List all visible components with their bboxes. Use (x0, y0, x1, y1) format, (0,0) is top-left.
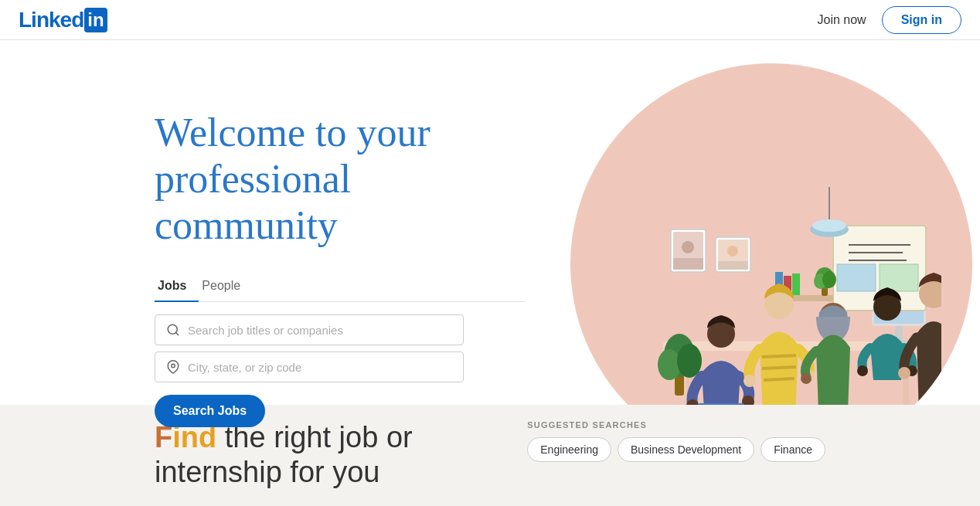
location-icon (166, 360, 180, 374)
svg-point-58 (801, 373, 812, 384)
job-search-wrapper (155, 314, 464, 345)
svg-line-50 (762, 367, 796, 368)
svg-rect-15 (837, 264, 876, 291)
suggested-searches: SUGGESTED SEARCHES Engineering Business … (527, 420, 825, 462)
svg-rect-28 (792, 273, 800, 295)
join-now-button[interactable]: Join now (808, 7, 876, 33)
find-title-line2: internship for you (155, 456, 380, 488)
svg-rect-20 (673, 258, 703, 270)
svg-point-35 (812, 219, 846, 232)
svg-line-49 (762, 355, 796, 357)
logo-in-box: in (84, 8, 107, 32)
svg-point-32 (822, 271, 836, 288)
svg-point-2 (172, 365, 175, 368)
logo: Linkedin (19, 8, 107, 32)
hero-title: Welcome to your professional community (155, 110, 526, 248)
svg-point-23 (727, 246, 738, 256)
find-job-title: Find the right job or internship for you (155, 420, 413, 491)
main-content: Welcome to your professional community J… (0, 40, 980, 506)
svg-point-63 (898, 367, 910, 379)
job-title-input[interactable] (188, 324, 452, 337)
hero-section: Welcome to your professional community J… (0, 40, 980, 457)
tab-people[interactable]: People (199, 273, 253, 302)
find-job-text: Find the right job or internship for you (155, 420, 413, 491)
search-form: Search Jobs (155, 314, 464, 427)
search-tabs: Jobs People (155, 273, 526, 302)
location-input[interactable] (188, 361, 452, 374)
tab-jobs[interactable]: Jobs (155, 273, 199, 302)
header-nav: Join now Sign in (808, 6, 961, 34)
svg-rect-24 (718, 261, 748, 270)
svg-point-19 (682, 241, 694, 253)
search-jobs-button[interactable]: Search Jobs (155, 395, 265, 427)
svg-point-60 (857, 365, 868, 376)
header: Linkedin Join now Sign in (0, 0, 980, 40)
search-icon (166, 323, 180, 337)
location-search-wrapper (155, 351, 464, 382)
tag-engineering[interactable]: Engineering (527, 437, 611, 462)
tag-finance[interactable]: Finance (761, 437, 825, 462)
suggested-tags-container: Engineering Business Development Finance (527, 437, 825, 462)
svg-rect-16 (880, 264, 918, 291)
tag-business-development[interactable]: Business Development (618, 437, 754, 462)
hero-left: Welcome to your professional community J… (155, 87, 526, 427)
svg-point-52 (744, 375, 756, 387)
svg-line-51 (764, 379, 795, 380)
suggested-label: SUGGESTED SEARCHES (527, 420, 825, 430)
svg-line-1 (175, 333, 178, 335)
sign-in-button[interactable]: Sign in (882, 6, 961, 34)
logo-text: Linked (19, 8, 83, 32)
